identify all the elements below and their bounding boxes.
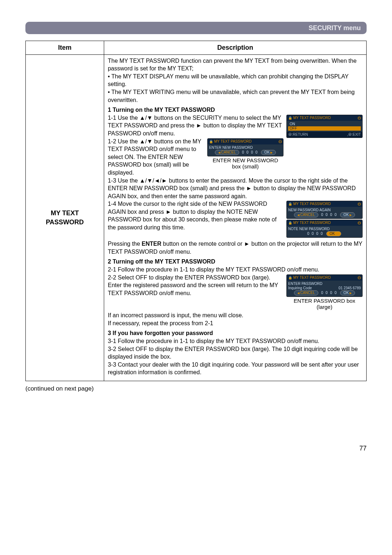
s1-head: 1 Turning on the MY TEXT PASSWORD [108,106,363,114]
fig-enter-large: MY TEXT PASSWORD ENTER PASSWORD Inquirin… [286,274,363,310]
row-item: MY TEXT PASSWORD [26,54,104,381]
s2-head: 2 Turning off the MY TEXT PASSWORD [108,258,363,266]
fig-enter-small: MY TEXT PASSWORD ENTER NEW PASSWORD CANC… [207,138,283,170]
menu-banner-title: SECURITY menu [309,24,361,32]
fig-again-note: MY TEXT PASSWORD NEW PASSWORD AGAIN CANC… [286,201,363,238]
s1-body: MY TEXT PASSWORD ON OFF ⦿:RETURN ,⦿:EXIT… [108,114,363,256]
intro-block: The MY TEXT PASSWORD function can preven… [108,57,363,104]
menu-banner: SECURITY menu [25,22,367,34]
row-desc: The MY TEXT PASSWORD function can preven… [104,54,366,381]
page-number: 77 [25,444,367,453]
fig-onoff: MY TEXT PASSWORD ON OFF ⦿:RETURN ,⦿:EXIT [286,115,363,139]
s3-body: 3-1 Follow the procedure in 1-1 to displ… [108,337,363,376]
col-head-desc: Description [104,41,366,54]
s2-body: 2-1 Follow the procedure in 1-1 to displ… [108,266,363,327]
s1-tail: Pressing the ENTER button on the remote … [108,240,363,256]
manual-table: Item Description MY TEXT PASSWORD The MY… [25,41,367,381]
s3-head: 3 If you have forgotten your password [108,329,363,337]
continued-note: (continued on next page) [25,385,367,393]
col-head-item: Item [26,41,104,54]
